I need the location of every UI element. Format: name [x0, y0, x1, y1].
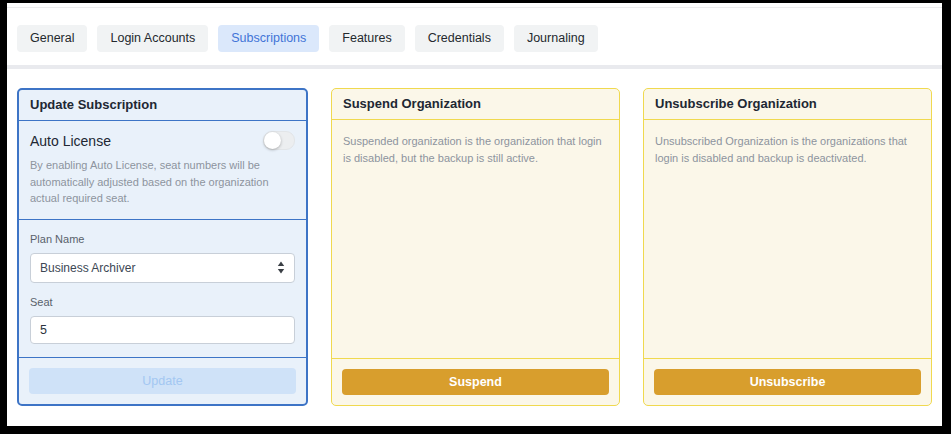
auto-license-description: By enabling Auto License, seat numbers w…	[30, 157, 295, 207]
unsubscribe-button[interactable]: Unsubscribe	[654, 369, 921, 395]
update-subscription-body: Auto License By enabling Auto License, s…	[19, 121, 306, 357]
seat-label: Seat	[30, 296, 295, 308]
tab-features[interactable]: Features	[329, 25, 404, 52]
content-area: General Login Accounts Subscriptions Fea…	[7, 3, 942, 426]
toggle-knob-icon	[264, 132, 281, 149]
unsubscribe-footer: Unsubscribe	[644, 358, 931, 405]
subscription-form: Plan Name Business Archiver Seat	[19, 220, 306, 357]
panels-row: Update Subscription Auto License By enab…	[7, 88, 942, 406]
auto-license-label: Auto License	[30, 133, 111, 149]
plan-name-selected-value: Business Archiver	[40, 261, 135, 275]
select-arrows-icon	[277, 261, 285, 274]
unsubscribe-description: Unsubscribed Organization is the organiz…	[655, 133, 920, 166]
suspend-description: Suspended organization is the organizati…	[343, 133, 608, 166]
suspend-organization-body: Suspended organization is the organizati…	[332, 120, 619, 358]
update-footer: Update	[19, 357, 306, 404]
top-divider	[7, 7, 942, 8]
tab-subscriptions[interactable]: Subscriptions	[218, 25, 319, 52]
plan-name-select[interactable]: Business Archiver	[30, 253, 295, 283]
update-button[interactable]: Update	[29, 368, 296, 394]
suspend-footer: Suspend	[332, 358, 619, 405]
update-subscription-panel: Update Subscription Auto License By enab…	[17, 88, 308, 406]
suspend-organization-title: Suspend Organization	[332, 89, 619, 120]
tab-credentials[interactable]: Credentials	[415, 25, 504, 52]
tab-bar-divider	[7, 65, 942, 69]
unsubscribe-organization-title: Unsubscribe Organization	[644, 89, 931, 120]
seat-input[interactable]	[30, 316, 295, 344]
tab-bar: General Login Accounts Subscriptions Fea…	[7, 25, 942, 52]
organization-settings-page: { "tabs": [ { "label": "General", "activ…	[0, 0, 951, 434]
update-subscription-title: Update Subscription	[19, 90, 306, 121]
auto-license-section: Auto License By enabling Auto License, s…	[19, 121, 306, 220]
unsubscribe-organization-panel: Unsubscribe Organization Unsubscribed Or…	[643, 88, 932, 406]
tab-login-accounts[interactable]: Login Accounts	[97, 25, 208, 52]
tab-general[interactable]: General	[17, 25, 87, 52]
tab-journaling[interactable]: Journaling	[514, 25, 598, 52]
suspend-organization-panel: Suspend Organization Suspended organizat…	[331, 88, 620, 406]
auto-license-toggle[interactable]	[263, 131, 295, 150]
plan-name-label: Plan Name	[30, 233, 295, 245]
suspend-button[interactable]: Suspend	[342, 369, 609, 395]
unsubscribe-organization-body: Unsubscribed Organization is the organiz…	[644, 120, 931, 358]
